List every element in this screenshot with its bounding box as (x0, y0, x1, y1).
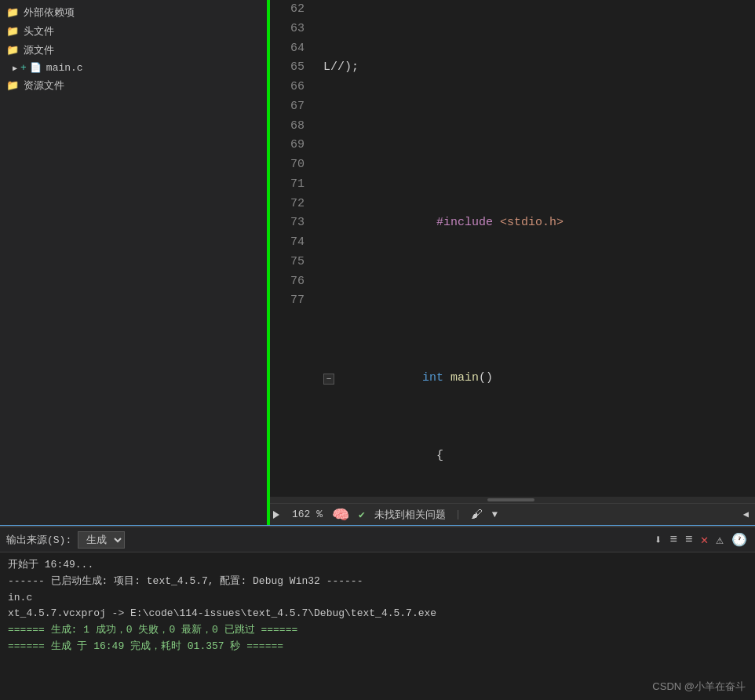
code-text-67: { (323, 428, 443, 486)
accent-bar (267, 0, 270, 525)
code-view[interactable]: L//); #include <stdio.h> − int main() (317, 0, 755, 497)
sidebar-item-mainc[interactable]: ▶ + 📄 main.c (0, 60, 267, 76)
line-num-72: 72 (270, 195, 305, 214)
line-num-71: 71 (270, 175, 305, 195)
status-no-issues: 未找到相关问题 (374, 508, 446, 522)
status-bar: 162 % 🧠 ✔ 未找到相关问题 | 🖌 ▼ ◀ (267, 503, 755, 525)
output-content: 开始于 16:49... ------ 已启动生成: 项目: text_4.5.… (0, 552, 755, 660)
code-line-62: L//); (323, 58, 755, 78)
code-line-64: #include <stdio.h> (323, 213, 755, 233)
code-line-63 (323, 136, 755, 155)
status-dropdown-icon[interactable]: ▼ (492, 509, 498, 520)
code-line-66: − int main() (323, 369, 755, 388)
csdn-watermark: CSDN @小羊在奋斗 (652, 680, 746, 694)
status-divider: | (455, 509, 461, 520)
output-toolbar: 输出来源(S): 生成 ⬇ ≡ ≡ ✕ ⚠ 🕐 (0, 527, 755, 552)
line-num-75: 75 (270, 253, 305, 272)
output-wrapper: 开始于 16:49... ------ 已启动生成: 项目: text_4.5.… (0, 552, 755, 700)
status-zoom[interactable]: 162 % (292, 509, 323, 520)
output-line-4: xt_4.5.7.vcxproj -> E:\code\114-issues\t… (8, 606, 747, 622)
main-area: 📁 外部依赖项 📁 头文件 📁 源文件 ▶ + 📄 main.c 📁 资源文件 … (0, 0, 755, 525)
sidebar: 📁 外部依赖项 📁 头文件 📁 源文件 ▶ + 📄 main.c 📁 资源文件 (0, 0, 267, 525)
code-line-67: { (323, 447, 755, 466)
triangle-right-icon[interactable] (273, 511, 279, 519)
file-icon-mainc: 📄 (30, 62, 42, 74)
line-num-73: 73 (270, 213, 305, 233)
code-text-62: L//); (323, 58, 359, 78)
output-line-3: in.c (8, 590, 747, 607)
output-panel: 输出来源(S): 生成 ⬇ ≡ ≡ ✕ ⚠ 🕐 开始于 16:49... ---… (0, 527, 755, 700)
line-num-62: 62 (270, 0, 305, 20)
output-line-1: 开始于 16:49... (8, 557, 747, 574)
status-ai-icon[interactable]: 🧠 (332, 506, 349, 523)
toolbar-icon-list1[interactable]: ≡ (669, 531, 680, 549)
status-check-icon: ✔ (359, 509, 365, 521)
output-line-6: ====== 生成 于 16:49 完成，耗时 01.357 秒 ====== (8, 639, 747, 655)
toolbar-icon-list2[interactable]: ≡ (684, 531, 695, 549)
plus-icon: + (20, 62, 27, 74)
code-text-66: int main() (337, 350, 493, 408)
toolbar-icon-warn[interactable]: ⚠ (714, 530, 725, 549)
toolbar-icon-clock[interactable]: 🕐 (730, 530, 749, 549)
sidebar-label-external: 外部依赖项 (24, 5, 75, 20)
status-arrow-left-icon[interactable]: ◀ (743, 509, 749, 520)
sidebar-item-external-deps[interactable]: 📁 外部依赖项 (0, 3, 267, 22)
sidebar-item-headers[interactable]: 📁 头文件 (0, 22, 267, 41)
line-num-76: 76 (270, 272, 305, 292)
output-source-label: 输出来源(S): (6, 533, 71, 547)
sidebar-item-resources[interactable]: 📁 资源文件 (0, 76, 267, 95)
line-num-74: 74 (270, 233, 305, 253)
sidebar-label-mainc: main.c (46, 62, 83, 74)
code-line-65 (323, 291, 755, 311)
folder-icon-sources: 📁 (6, 44, 19, 57)
code-text-64: #include <stdio.h> (323, 195, 564, 253)
line-num-65: 65 (270, 58, 305, 78)
line-num-63: 63 (270, 20, 305, 39)
expand-arrow: ▶ (13, 64, 17, 73)
sidebar-label-headers: 头文件 (24, 24, 54, 38)
line-numbers: 62 63 64 65 66 67 68 69 70 71 72 73 74 7… (270, 0, 317, 497)
line-num-68: 68 (270, 117, 305, 137)
fold-icon-66[interactable]: − (323, 374, 334, 385)
line-num-67: 67 (270, 97, 305, 117)
line-num-66: 66 (270, 78, 305, 97)
editor-content: 62 63 64 65 66 67 68 69 70 71 72 73 74 7… (267, 0, 755, 497)
line-num-64: 64 (270, 39, 305, 59)
sidebar-item-sources[interactable]: 📁 源文件 (0, 41, 267, 60)
folder-icon-external: 📁 (6, 6, 19, 19)
folder-icon-resources: 📁 (6, 79, 19, 92)
folder-icon-headers: 📁 (6, 25, 19, 38)
editor-scrollbar[interactable] (267, 497, 755, 503)
output-toolbar-icons: ⬇ ≡ ≡ ✕ ⚠ 🕐 (653, 530, 749, 549)
line-num-70: 70 (270, 155, 305, 175)
sidebar-label-resources: 资源文件 (24, 78, 64, 93)
output-line-2: ------ 已启动生成: 项目: text_4.5.7, 配置: Debug … (8, 574, 747, 590)
output-source-select[interactable]: 生成 (78, 531, 125, 549)
line-num-77: 77 (270, 291, 305, 311)
sidebar-label-sources: 源文件 (24, 43, 54, 57)
scroll-thumb (487, 498, 534, 501)
editor-area: 62 63 64 65 66 67 68 69 70 71 72 73 74 7… (267, 0, 755, 525)
status-brush-icon[interactable]: 🖌 (471, 508, 483, 522)
toolbar-icon-error[interactable]: ✕ (699, 530, 710, 549)
output-line-5: ====== 生成: 1 成功，0 失败，0 最新，0 已跳过 ====== (8, 622, 747, 639)
line-num-69: 69 (270, 136, 305, 155)
toolbar-icon-filter[interactable]: ⬇ (653, 530, 664, 549)
